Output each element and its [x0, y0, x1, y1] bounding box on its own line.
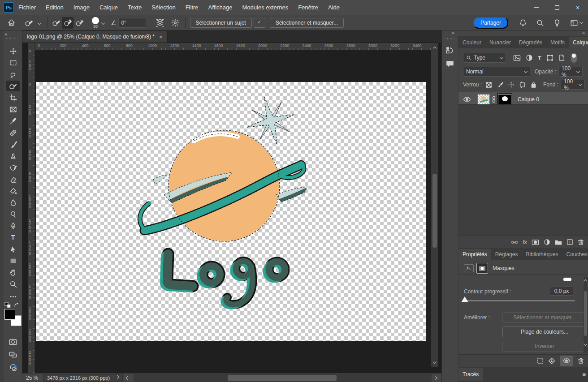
- layer-name[interactable]: Calque 0: [518, 96, 539, 103]
- tool-pen[interactable]: [6, 220, 20, 231]
- tool-paint-bucket[interactable]: [6, 185, 20, 196]
- scroll-left-icon[interactable]: [126, 376, 130, 379]
- filter-toggle-switch[interactable]: [571, 53, 577, 63]
- tool-type[interactable]: T: [6, 232, 20, 243]
- scroll-up-icon[interactable]: [584, 279, 587, 283]
- scroll-down-icon[interactable]: [584, 342, 587, 346]
- tool-dodge[interactable]: [6, 209, 20, 219]
- tool-zoom[interactable]: [6, 279, 20, 289]
- tool-rectangular-marquee[interactable]: [6, 57, 20, 68]
- mask-link-icon[interactable]: [492, 96, 496, 103]
- workspace-icon[interactable]: [570, 19, 578, 27]
- scroll-up-icon[interactable]: [433, 47, 437, 50]
- lock-transparency-icon[interactable]: [485, 82, 492, 88]
- brush-size-picker[interactable]: 30: [92, 17, 99, 29]
- gear-icon[interactable]: [171, 18, 180, 27]
- tab-reglages[interactable]: Réglages: [491, 249, 522, 260]
- feather-value-field[interactable]: 0,0 px: [550, 287, 573, 296]
- delete-mask-icon[interactable]: [578, 357, 584, 364]
- tool-blur[interactable]: [6, 197, 20, 208]
- comments-panel-button[interactable]: [445, 60, 454, 69]
- tool-crop[interactable]: [6, 92, 20, 103]
- density-slider-handle[interactable]: [563, 278, 571, 281]
- collapse-panels-icon[interactable]: «: [452, 30, 454, 35]
- tool-preset-button[interactable]: [23, 17, 35, 29]
- tab-couches[interactable]: Couches: [562, 249, 588, 260]
- new-selection-mode[interactable]: [50, 17, 62, 29]
- status-menu-chevron-icon[interactable]: [116, 375, 119, 379]
- link-layers-icon[interactable]: [511, 239, 518, 245]
- layer-mask-thumbnail[interactable]: [497, 93, 512, 106]
- menu-item[interactable]: Fichier: [18, 4, 36, 11]
- apply-mask-icon[interactable]: [548, 357, 555, 365]
- tool-healing-brush[interactable]: [6, 127, 20, 138]
- tool-path-selection[interactable]: [6, 244, 20, 254]
- tab-bibliotheques[interactable]: Bibliothèques: [522, 249, 562, 260]
- tool-frame[interactable]: [6, 104, 20, 115]
- lock-artboard-icon[interactable]: [519, 82, 526, 88]
- minimize-button[interactable]: [526, 0, 547, 15]
- history-panel-button[interactable]: [445, 46, 454, 55]
- add-layer-mask-icon[interactable]: [532, 239, 539, 245]
- horizontal-scroll-thumb[interactable]: [228, 375, 337, 381]
- pixel-layer-properties-button[interactable]: [464, 264, 474, 272]
- tool-lasso[interactable]: [6, 69, 20, 80]
- home-button[interactable]: [5, 17, 17, 29]
- canvas-vertical-scrollbar[interactable]: [431, 43, 438, 367]
- angle-input[interactable]: 0°: [118, 18, 146, 28]
- document-tab[interactable]: logo-01.png @ 25% (Calque 0, Masque de f…: [22, 31, 168, 43]
- tool-move[interactable]: [6, 46, 20, 56]
- filter-type-layers-icon[interactable]: T: [538, 55, 541, 61]
- feather-slider-track[interactable]: [464, 300, 575, 301]
- tab-couleur[interactable]: Couleur: [458, 37, 485, 48]
- bell-icon[interactable]: [519, 19, 527, 27]
- menu-item[interactable]: Texte: [128, 4, 142, 11]
- lightbulb-icon[interactable]: [553, 19, 561, 27]
- layer-filter-dropdown[interactable]: Type: [463, 53, 506, 63]
- select-subject-button[interactable]: Sélectionner un sujet: [190, 18, 252, 28]
- opacity-dropdown[interactable]: 100 %: [558, 67, 583, 77]
- menu-item[interactable]: Image: [74, 4, 90, 11]
- feather-slider-handle[interactable]: [461, 296, 468, 302]
- paths-panel-menu-icon[interactable]: ≡: [582, 371, 586, 378]
- maximize-button[interactable]: [547, 0, 567, 15]
- tool-hand[interactable]: [6, 267, 20, 278]
- subtract-selection-mode[interactable]: [74, 17, 85, 29]
- tab-paths[interactable]: Tracés: [458, 368, 483, 381]
- tool-history-brush[interactable]: [6, 162, 20, 173]
- add-selection-mode[interactable]: [62, 17, 74, 29]
- foreground-color-swatch[interactable]: [4, 309, 15, 320]
- expand-tools-icon[interactable]: »: [4, 31, 8, 37]
- menu-item[interactable]: Edition: [46, 4, 64, 11]
- zoom-level-field[interactable]: 25 %: [26, 375, 43, 381]
- menu-item[interactable]: Fenêtre: [298, 4, 318, 11]
- properties-scrollbar[interactable]: [584, 277, 588, 353]
- menu-item[interactable]: Aide: [328, 4, 340, 11]
- search-icon[interactable]: [536, 19, 544, 27]
- share-button[interactable]: Partager: [473, 17, 508, 29]
- tab-proprietes[interactable]: Propriétés: [458, 249, 491, 260]
- delete-layer-icon[interactable]: [578, 239, 584, 245]
- chevron-down-icon[interactable]: [38, 21, 41, 24]
- canvas-horizontal-scrollbar[interactable]: [134, 374, 432, 382]
- default-colors-icon[interactable]: [4, 302, 11, 308]
- tool-edit-toolbar[interactable]: [6, 291, 20, 302]
- layer-style-fx-icon[interactable]: fx: [523, 239, 527, 245]
- menu-item[interactable]: Modules externes: [242, 4, 289, 11]
- tab-nuancier[interactable]: Nuancier: [485, 37, 515, 48]
- canvas[interactable]: [36, 82, 426, 341]
- filter-smart-objects-icon[interactable]: [558, 54, 565, 61]
- tool-eraser[interactable]: [6, 174, 20, 185]
- menu-item[interactable]: Calque: [99, 4, 118, 11]
- fill-dropdown[interactable]: 100 %: [561, 80, 585, 90]
- lock-position-icon[interactable]: [508, 82, 514, 88]
- select-and-mask-button[interactable]: Sélectionner et masquer...: [270, 18, 344, 28]
- menu-item[interactable]: Filtre: [186, 4, 199, 11]
- new-layer-icon[interactable]: [566, 239, 573, 245]
- new-adjustment-layer-icon[interactable]: [544, 239, 550, 245]
- properties-scroll-thumb[interactable]: [584, 291, 587, 336]
- close-button[interactable]: ×: [567, 0, 588, 15]
- filter-pixel-layers-icon[interactable]: [513, 55, 521, 61]
- lock-all-icon[interactable]: [530, 82, 537, 88]
- quick-mask-button[interactable]: [6, 337, 20, 348]
